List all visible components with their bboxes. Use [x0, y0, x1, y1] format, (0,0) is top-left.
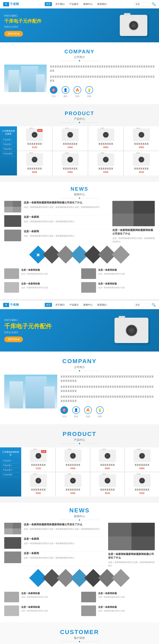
news-grid-title-3-2[interactable]: 这是一条新闻标题 — [21, 606, 78, 609]
news-content-2: 这是一条新闻 这是一条新闻标题内容简介这是一条新闻标题内容简介 — [24, 215, 75, 223]
search-input-2[interactable] — [133, 303, 150, 307]
product-card-6-2[interactable]: 某某某某某某某 ¥300 — [56, 472, 90, 496]
hero-cta-button[interactable]: 查看详情 ▶ — [4, 31, 23, 36]
product-card-8-2[interactable]: 某某某某某某某 ¥520 — [125, 472, 159, 496]
product-sidebar-item-4-2[interactable]: 产品分类四 — [2, 472, 20, 477]
news-title-2-2[interactable]: 这是一条新闻 — [24, 537, 75, 541]
news-grid-title-1[interactable]: 这是一条新闻标题 — [21, 268, 78, 272]
news-grid-image-4-2 — [81, 606, 96, 616]
news-title-2[interactable]: 这是一条新闻 — [24, 215, 75, 219]
product-card-8[interactable]: 某某某某某某某 ¥520 — [124, 151, 159, 176]
product-sidebar-item-1-2[interactable]: 产品分类一 — [2, 458, 20, 463]
company-desc2: 某某某某某某某某某某某某某某某某某某某某某某某某某某某某某某某某某某某某某某某某… — [50, 75, 155, 83]
product-card-1[interactable]: 热销 某某某某某某某 ¥120 — [17, 126, 52, 151]
nav-about[interactable]: 关于我们 — [54, 2, 66, 6]
company-icon-4: 💡 创新 — [85, 86, 93, 98]
news-grid-title-4-2[interactable]: 这是一条新闻标题 — [98, 606, 155, 609]
product-card-4[interactable]: 某某某某某某某 ¥900 — [124, 126, 159, 151]
nav-contact[interactable]: 联系我们 — [96, 2, 108, 6]
product-card-7-2[interactable]: 某某某某某某某 ¥520 — [90, 472, 124, 496]
news-grid-title-3[interactable]: 这是一条新闻标题 — [21, 282, 78, 285]
news-image-3 — [4, 230, 21, 241]
logo-2[interactable]: K 千库网 — [3, 303, 19, 307]
news-desc-3: 这是一条新闻标题内容简介这是一条新闻标题内容简介 — [24, 234, 75, 238]
product-price-2: ¥400 — [68, 146, 73, 148]
product-card-6[interactable]: 某某某某某某某 ¥300 — [53, 151, 88, 176]
product-card-3[interactable]: 某某某某某某某 ¥900 — [88, 126, 123, 151]
product-card-2[interactable]: 某某某某某某某 ¥400 — [53, 126, 88, 151]
sep-dot-4 — [79, 370, 80, 372]
product-sidebar-item-4[interactable]: 产品分类四 — [2, 152, 15, 156]
news-image-1-2 — [4, 523, 21, 534]
news-section: NEWS 新闻中心 这是一条新闻标题新闻标题新闻标题公司发生了什么 这是一条新闻… — [0, 182, 159, 299]
product-card-1-2[interactable]: 热销 某某某某某某某 ¥120 — [21, 448, 55, 472]
search-icon[interactable]: 🔍 — [151, 2, 156, 6]
news-grid-text-2: 这是一条新闻标题 这是一条新闻标题内容简介这是 — [98, 268, 155, 279]
product-sidebar-item-1[interactable]: 产品分类一 — [2, 138, 15, 142]
main-nav: 首页 关于我们 产品展示 新闻中心 联系我们 — [45, 2, 108, 6]
news-side-title[interactable]: 这是一条新闻标题新闻标题新闻标题公司发生了什么 — [112, 228, 155, 236]
news-title-3[interactable]: 这是一条新闻 — [24, 230, 75, 233]
news-grid-desc-3-2: 这是一条新闻标题内容简介这是 — [21, 610, 78, 612]
news-grid-title-4[interactable]: 这是一条新闻标题 — [98, 282, 155, 285]
news-item-1-2: 这是一条新闻标题新闻标题新闻标题公司发生了什么 这是一条新闻标题内容简介这是一条… — [4, 523, 105, 537]
product-card-4-2[interactable]: 某某某某某某某 ¥900 — [125, 448, 159, 472]
product-sidebar-item-2[interactable]: 产品分类二 — [2, 142, 15, 147]
product-sidebar-item-3-2[interactable]: 产品分类三 — [2, 468, 20, 472]
nav-home[interactable]: 首页 — [45, 2, 52, 6]
nav-product[interactable]: 产品展示 — [68, 2, 80, 6]
nav-home-2[interactable]: 首页 — [45, 303, 52, 307]
product-image-5-2 — [30, 474, 47, 487]
news-grid-item-4-2: 这是一条新闻标题 这是一条新闻标题内容简介这是 — [81, 606, 155, 616]
product-card-3-2[interactable]: 某某某某某某某 ¥900 — [90, 448, 124, 472]
news-content-1-2: 这是一条新闻标题新闻标题新闻标题公司发生了什么 这是一条新闻标题内容简介这是一条… — [24, 523, 100, 531]
news-title-1[interactable]: 这是一条新闻标题新闻标题新闻标题公司发生了什么 — [24, 201, 100, 204]
light-icon: 💡 — [85, 86, 93, 94]
sep-dot-6 — [79, 519, 80, 520]
search-input[interactable] — [133, 2, 150, 6]
news-grid-title-2[interactable]: 这是一条新闻标题 — [98, 268, 155, 272]
nav-news[interactable]: 新闻中心 — [82, 2, 94, 6]
search-icon-2[interactable]: 🔍 — [151, 303, 156, 307]
logo-icon-2: K — [3, 303, 9, 307]
news-side-title-2[interactable]: 这是一条新闻标题新闻标题新闻标题公司发生了什么 — [108, 552, 155, 560]
nav-news-2[interactable]: 新闻中心 — [82, 303, 94, 307]
news-grid-item-2-2: 这是一条新闻标题 这是一条新闻标题内容简介这是 — [81, 592, 155, 602]
news-main-list-2: 这是一条新闻标题新闻标题新闻标题公司发生了什么 这是一条新闻标题内容简介这是一条… — [4, 523, 105, 568]
product-card-5[interactable]: 某某某某某某某 ¥500 — [17, 151, 52, 176]
product-card-5-2[interactable]: 某某某某某某某 ¥500 — [21, 472, 55, 496]
news-grid-2: 这是一条新闻标题 这是一条新闻标题内容简介这是 这是一条新闻标题 这是一条新闻标… — [4, 592, 155, 616]
product-sidebar-item-2-2[interactable]: 产品分类二 — [2, 463, 20, 468]
product-card-7[interactable]: 某某某某某某某 ¥520 — [88, 151, 123, 176]
news-desc-1-2: 这是一条新闻标题内容简介这是一条新闻标题内容简介这是一条新闻标题内容简介 — [24, 528, 100, 531]
customer-section: CUSTOMER 客户评价 " 某某某某某某某某某某某某某某某某某某某某某某某某… — [0, 622, 159, 644]
news-title-3-2[interactable]: 这是一条新闻 — [24, 552, 75, 555]
logo[interactable]: K 千库网 — [3, 2, 19, 6]
nav-contact-2[interactable]: 联系我们 — [96, 303, 108, 307]
product-name-1-2: 某某某某某某某 — [31, 464, 46, 466]
product-card-2-2[interactable]: 某某某某某某某 ¥400 — [56, 448, 90, 472]
news-grid-title-2-2[interactable]: 这是一条新闻标题 — [98, 592, 155, 595]
product-name-7-2: 某某某某某某某 — [100, 488, 115, 491]
search-area-2: 🔍 — [133, 303, 156, 307]
news-grid-text-4-2: 这是一条新闻标题 这是一条新闻标题内容简介这是 — [98, 606, 155, 616]
news-grid-image-1 — [4, 268, 19, 279]
news-grid-title-1-2[interactable]: 这是一条新闻标题 — [21, 592, 78, 595]
product-image-1: 热销 — [26, 128, 43, 141]
news-title-1-2[interactable]: 这是一条新闻标题新闻标题新闻标题公司发生了什么 — [24, 523, 100, 526]
news-grid-image-1-2 — [4, 592, 19, 602]
customer-title-cn: 客户评价 — [6, 636, 153, 640]
section-divider-1 — [0, 299, 159, 301]
light-icon-2: 💡 — [96, 406, 104, 414]
news-desc-2: 这是一条新闻标题内容简介这是一条新闻标题内容简介 — [24, 220, 75, 223]
product-image-3-2 — [99, 450, 116, 462]
hero-cta-button-2[interactable]: 查看详情 ▶ — [4, 336, 23, 342]
company-text-2: 某某某某某某某某某某某某某某某某某某某某某某某某某某某某某某某某某某某某某某某某… — [60, 374, 155, 418]
hero-image-2 — [108, 311, 155, 350]
nav-about-2[interactable]: 关于我们 — [54, 303, 66, 307]
product-name-1: 某某某某某某某 — [27, 142, 42, 146]
news-grid-desc-2-2: 这是一条新闻标题内容简介这是 — [98, 596, 155, 599]
product-sidebar-item-3[interactable]: 产品分类三 — [2, 147, 15, 152]
hero-image — [112, 10, 155, 40]
nav-product-2[interactable]: 产品展示 — [68, 303, 80, 307]
